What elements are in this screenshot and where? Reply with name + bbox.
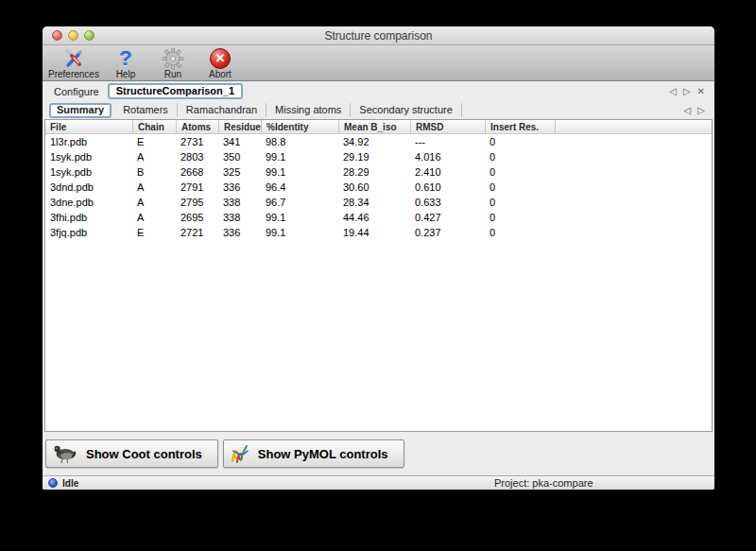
cell-mean-b-iso: 44.46	[338, 212, 410, 223]
table-row[interactable]: 1l3r.pdb E 2731 341 98.8 34.92 --- 0	[45, 134, 712, 149]
cell-residues: 341	[218, 136, 261, 147]
minimize-window-button[interactable]	[68, 30, 78, 41]
cell-rmsd: 2.410	[410, 166, 485, 178]
column-header-filler	[555, 120, 712, 133]
cell-insert-res: 0	[485, 166, 555, 178]
controls-button-row: Show Coot controls Show PyMOL controls	[44, 432, 713, 475]
run-button[interactable]: Run	[152, 46, 194, 79]
gear-icon	[160, 46, 186, 70]
tab-scroll-left-icon[interactable]: ◁	[669, 87, 677, 96]
cell-atoms: 2803	[176, 151, 218, 163]
cell-mean-b-iso: 30.60	[338, 181, 410, 193]
traffic-lights	[52, 30, 94, 41]
cell-residues: 325	[218, 166, 261, 178]
tab-structurecomparison-1[interactable]: StructureComparison_1	[108, 83, 243, 99]
table-header-row: File Chain Atoms Residues %Identity Mean…	[45, 120, 712, 134]
show-coot-controls-button[interactable]: Show Coot controls	[45, 439, 218, 468]
cell-insert-res: 0	[485, 136, 555, 147]
status-indicator-icon	[48, 478, 58, 488]
table-body: 1l3r.pdb E 2731 341 98.8 34.92 --- 0 1sy…	[45, 134, 712, 431]
cell-residues: 336	[218, 181, 261, 193]
tab-scroll-right-icon[interactable]: ▷	[683, 87, 691, 96]
cell-insert-res: 0	[485, 212, 555, 223]
stop-icon: ✕	[207, 46, 233, 70]
cell-insert-res: 0	[485, 151, 555, 163]
cell-atoms: 2668	[176, 166, 218, 178]
button-label: Show PyMOL controls	[258, 447, 388, 461]
cell-chain: A	[132, 212, 176, 223]
table-row[interactable]: 3fjq.pdb E 2721 336 99.1 19.44 0.237 0	[45, 225, 712, 240]
table-row[interactable]: 3fhi.pdb A 2695 338 99.1 44.46 0.427 0	[45, 210, 712, 225]
table-row[interactable]: 1syk.pdb B 2668 325 99.1 28.29 2.410 0	[45, 164, 712, 180]
cell-identity: 99.1	[261, 166, 338, 178]
cell-residues: 338	[218, 197, 261, 208]
toolbar-label: Run	[164, 70, 181, 79]
tab-secondary-structure[interactable]: Secondary structure	[351, 103, 461, 117]
column-header-insert-res[interactable]: Insert Res.	[485, 120, 555, 133]
column-header-chain[interactable]: Chain	[132, 120, 176, 133]
cell-mean-b-iso: 19.44	[338, 227, 410, 238]
cell-file: 3dne.pdb	[45, 197, 132, 208]
toolbar-label: Preferences	[48, 70, 99, 79]
column-header-rmsd[interactable]: RMSD	[410, 120, 485, 133]
subtab-scroll-right-icon[interactable]: ▷	[697, 106, 705, 115]
titlebar[interactable]: Structure comparison	[43, 26, 714, 45]
window-title: Structure comparison	[324, 29, 432, 43]
help-button[interactable]: ? Help	[105, 46, 146, 79]
coot-bird-icon	[51, 443, 79, 464]
tab-missing-atoms[interactable]: Missing atoms	[266, 103, 351, 117]
main-content: Configure StructureComparison_1 ◁ ▷ ✕ Su…	[43, 81, 714, 475]
cell-rmsd: 4.016	[410, 151, 485, 163]
subtab-nav: ◁ ▷	[684, 106, 713, 115]
column-header-identity[interactable]: %Identity	[261, 120, 338, 133]
cell-rmsd: 0.237	[410, 227, 485, 238]
toolbar: Preferences ? Help	[43, 45, 714, 81]
column-header-residues[interactable]: Residues	[218, 120, 261, 133]
cell-chain: A	[132, 181, 176, 193]
cell-insert-res: 0	[485, 227, 555, 238]
show-pymol-controls-button[interactable]: Show PyMOL controls	[223, 439, 404, 468]
cell-mean-b-iso: 28.29	[338, 166, 410, 178]
summary-table: File Chain Atoms Residues %Identity Mean…	[44, 119, 713, 432]
cell-rmsd: 0.427	[410, 212, 485, 223]
tab-rotamers[interactable]: Rotamers	[114, 103, 178, 117]
cell-identity: 99.1	[261, 212, 338, 223]
tab-close-icon[interactable]: ✕	[697, 87, 705, 96]
table-row[interactable]: 1syk.pdb A 2803 350 99.1 29.19 4.016 0	[45, 149, 712, 164]
tab-summary[interactable]: Summary	[49, 103, 112, 118]
cell-identity: 99.1	[261, 227, 338, 238]
cell-rmsd: 0.610	[410, 181, 485, 193]
cell-chain: A	[132, 151, 176, 163]
cell-chain: E	[132, 227, 176, 238]
cell-insert-res: 0	[485, 181, 555, 193]
toolbar-label: Help	[116, 70, 136, 79]
cell-file: 1syk.pdb	[45, 166, 132, 178]
cell-file: 1l3r.pdb	[45, 136, 132, 147]
cell-identity: 96.4	[261, 181, 338, 193]
cell-identity: 96.7	[261, 197, 338, 208]
tab-ramachandran[interactable]: Ramachandran	[178, 103, 266, 117]
tab-configure[interactable]: Configure	[54, 86, 99, 97]
tools-icon	[60, 46, 87, 70]
column-header-mean-b-iso[interactable]: Mean B_iso	[338, 120, 410, 133]
cell-mean-b-iso: 29.19	[338, 151, 410, 163]
column-header-atoms[interactable]: Atoms	[176, 120, 218, 133]
question-icon: ?	[112, 46, 139, 70]
structure-comparison-window: Structure comparison Preferences ? Help	[43, 26, 714, 490]
cell-atoms: 2721	[176, 227, 218, 238]
subtab-scroll-left-icon[interactable]: ◁	[684, 106, 692, 115]
close-window-button[interactable]	[52, 30, 62, 41]
cell-atoms: 2731	[176, 136, 218, 147]
abort-button[interactable]: ✕ Abort	[199, 46, 241, 79]
zoom-window-button[interactable]	[84, 30, 94, 41]
statusbar: Idle Project: pka-compare	[43, 475, 714, 490]
tab-nav: ◁ ▷ ✕	[669, 87, 713, 96]
cell-rmsd: 0.633	[410, 197, 485, 208]
preferences-button[interactable]: Preferences	[48, 46, 99, 79]
table-row[interactable]: 3dnd.pdb A 2791 336 96.4 30.60 0.610 0	[45, 180, 712, 195]
cell-rmsd: ---	[410, 136, 485, 147]
table-row[interactable]: 3dne.pdb A 2795 338 96.7 28.34 0.633 0	[45, 195, 712, 210]
button-label: Show Coot controls	[86, 447, 202, 461]
task-tab-bar: Configure StructureComparison_1 ◁ ▷ ✕	[44, 81, 713, 101]
column-header-file[interactable]: File	[45, 120, 132, 133]
